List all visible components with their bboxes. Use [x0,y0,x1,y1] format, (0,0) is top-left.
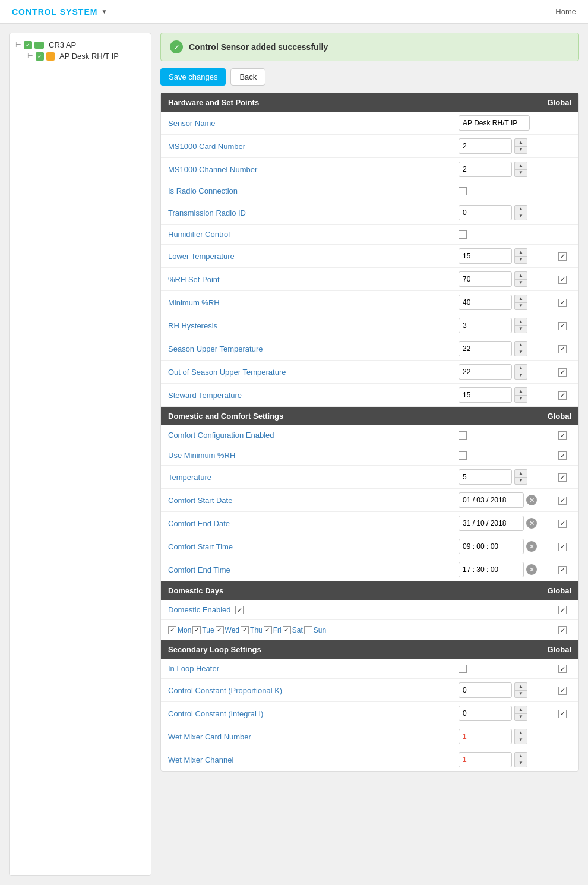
checkbox-day-sat[interactable]: ✓ [283,626,291,634]
spinner-down-ostemp[interactable]: ▼ [515,372,527,380]
checkbox-day-fri[interactable]: ✓ [264,626,272,634]
checkbox-global-min-rh[interactable]: ✓ [558,299,567,307]
spinner-ms1000-channel[interactable]: ▲ ▼ [514,162,527,177]
nav-home[interactable]: Home [555,7,576,16]
checkbox-day-sun[interactable] [304,626,312,634]
spinner-down-minrh[interactable]: ▼ [515,303,527,310]
sidebar-item-cr3ap[interactable]: ⊢ CR3 AP [15,39,145,50]
global-domestic-days[interactable]: ✓ [554,625,571,635]
global-rh-setpoint[interactable]: ✓ [554,274,571,284]
global-control-integral[interactable]: ✓ [554,709,571,718]
checkbox-global-outofseason-temp[interactable]: ✓ [558,368,567,377]
input-steward-temp[interactable] [459,387,512,403]
save-button[interactable]: Save changes [160,68,226,86]
checkbox-radio-connection[interactable] [459,187,467,195]
spinner-up-seatemp[interactable]: ▲ [515,342,527,349]
checkbox-global-domestic-days[interactable]: ✓ [558,626,567,634]
spinner-down-hyst[interactable]: ▼ [515,326,527,333]
spinner-rh-setpoint[interactable]: ▲ ▼ [514,271,527,287]
input-rh-setpoint[interactable] [459,271,512,287]
checkbox-day-tue[interactable]: ✓ [192,626,201,634]
checkbox-global-rh-hysteresis[interactable]: ✓ [558,322,567,330]
spinner-control-integral[interactable]: ▲ ▼ [514,706,527,721]
checkbox-global-control-proportional[interactable]: ✓ [558,687,567,695]
spinner-down-wetchan[interactable]: ▼ [515,760,527,767]
sidebar-item-desk-rht[interactable]: ⊢ AP Desk RH/T IP [27,50,145,62]
spinner-up-rh[interactable]: ▲ [515,272,527,280]
global-domestic-temp[interactable]: ✓ [554,472,571,482]
checkbox-day-thu[interactable]: ✓ [241,626,249,634]
checkbox-comfort-config[interactable] [459,431,467,440]
input-control-integral[interactable] [459,706,512,721]
checkbox-global-control-integral[interactable]: ✓ [558,710,567,718]
global-in-loop-heater[interactable]: ✓ [554,664,571,674]
checkbox-global-in-loop-heater[interactable]: ✓ [558,665,567,673]
checkbox-global-lower-temp[interactable]: ✓ [558,252,567,261]
spinner-domestic-temp[interactable]: ▲ ▼ [514,469,527,485]
input-control-proportional[interactable] [459,682,512,698]
checkbox-global-season-temp[interactable]: ✓ [558,345,567,353]
spinner-up-minrh[interactable]: ▲ [515,295,527,303]
global-comfort-end-date[interactable]: ✓ [554,519,571,528]
input-season-upper-temp[interactable] [459,341,512,356]
global-steward-temp[interactable]: ✓ [554,390,571,400]
global-lower-temp[interactable]: ✓ [554,251,571,261]
spinner-up-steward[interactable]: ▲ [515,388,527,396]
spinner-down-steward[interactable]: ▼ [515,396,527,403]
spinner-up-icon[interactable]: ▲ [515,139,527,147]
input-comfort-end-time[interactable] [459,562,524,577]
global-control-proportional[interactable]: ✓ [554,685,571,695]
checkbox-global-use-min-rh[interactable]: ✓ [558,451,567,460]
spinner-outofseason-upper-temp[interactable]: ▲ ▼ [514,364,527,380]
spinner-up-radio[interactable]: ▲ [515,206,527,213]
input-domestic-temp[interactable] [459,469,512,485]
input-sensor-name[interactable] [459,115,530,131]
input-comfort-start-time[interactable] [459,539,524,554]
checkbox-global-steward-temp[interactable]: ✓ [558,391,567,400]
spinner-down-icon[interactable]: ▼ [515,147,527,154]
global-domestic-enabled[interactable]: ✓ [554,605,571,615]
spinner-up-dtemp[interactable]: ▲ [515,470,527,478]
spinner-up-icon2[interactable]: ▲ [515,162,527,170]
spinner-wet-mixer-channel[interactable]: ▲ ▼ [514,752,527,767]
global-use-min-rh[interactable]: ✓ [554,451,571,460]
spinner-down-icon2[interactable]: ▼ [515,170,527,177]
spinner-down-radio[interactable]: ▼ [515,213,527,220]
checkbox-humidifier[interactable] [459,230,467,239]
checkbox-day-wed[interactable]: ✓ [216,626,224,634]
spinner-radio-id[interactable]: ▲ ▼ [514,205,527,220]
input-outofseason-upper-temp[interactable] [459,364,512,380]
checkbox-global-domestic-enabled[interactable]: ✓ [558,606,567,614]
back-button[interactable]: Back [230,68,265,86]
global-comfort-end-time[interactable]: ✓ [554,565,571,574]
spinner-up-ostemp[interactable]: ▲ [515,365,527,372]
spinner-rh-hysteresis[interactable]: ▲ ▼ [514,318,527,333]
spinner-season-upper-temp[interactable]: ▲ ▼ [514,341,527,356]
input-radio-id[interactable] [459,205,512,220]
spinner-up-hyst[interactable]: ▲ [515,318,527,326]
clear-comfort-end-time-button[interactable]: ✕ [526,564,537,575]
global-comfort-start-time[interactable]: ✓ [554,542,571,551]
input-ms1000-channel[interactable] [459,162,512,177]
global-min-rh[interactable]: ✓ [554,298,571,307]
spinner-up-wetcard[interactable]: ▲ [515,729,527,737]
global-season-upper-temp[interactable]: ✓ [554,344,571,353]
checkbox-global-comfort-start-date[interactable]: ✓ [558,497,567,505]
spinner-up-prop[interactable]: ▲ [515,683,527,691]
checkbox-domestic-enabled[interactable]: ✓ [235,606,244,614]
spinner-down-prop[interactable]: ▼ [515,691,527,698]
clear-comfort-end-date-button[interactable]: ✕ [526,518,537,529]
checkbox-global-domestic-temp[interactable]: ✓ [558,473,567,482]
global-rh-hysteresis[interactable]: ✓ [554,321,571,330]
spinner-down-rh[interactable]: ▼ [515,280,527,287]
checkbox-global-comfort-start-time[interactable]: ✓ [558,543,567,551]
spinner-wet-mixer-card[interactable]: ▲ ▼ [514,729,527,744]
input-min-rh[interactable] [459,295,512,310]
spinner-down-wetcard[interactable]: ▼ [515,737,527,744]
checkbox-global-comfort-end-time[interactable]: ✓ [558,566,567,574]
input-comfort-start-date[interactable] [459,492,524,508]
spinner-control-proportional[interactable]: ▲ ▼ [514,682,527,698]
checkbox-use-min-rh[interactable] [459,451,467,460]
spinner-down-ltemp[interactable]: ▼ [515,257,527,264]
spinner-min-rh[interactable]: ▲ ▼ [514,295,527,310]
